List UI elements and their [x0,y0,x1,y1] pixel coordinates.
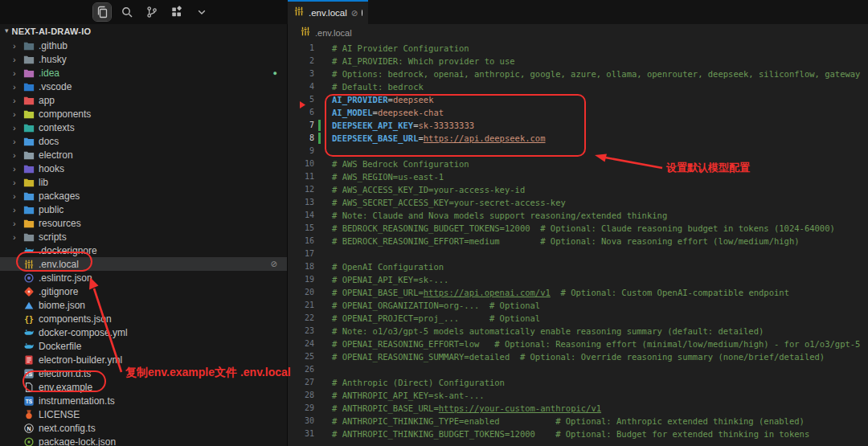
sidebar-file-biome-json[interactable]: biome.json [0,298,287,312]
search-icon[interactable] [118,3,136,21]
svg-text:TS: TS [25,398,32,403]
sidebar-folder-hooks[interactable]: ›hooks [0,162,287,175]
editor-line-26[interactable]: 26 [288,363,868,376]
editor-line-3[interactable]: 3# Options: bedrock, openai, anthropic, … [288,68,868,80]
chevron-right-icon: › [13,165,23,173]
folder-icon [23,121,35,133]
sidebar-folder-app[interactable]: ›app [0,93,287,107]
editor-line-29[interactable]: 29# ANTHROPIC_BASE_URL=https://your-cust… [288,402,868,415]
tab-modified-dot-icon[interactable] [362,10,362,16]
editor-line-6[interactable]: 6AI_MODEL=deepseek-chat [288,106,868,119]
sidebar-folder-resources[interactable]: ›resources [0,216,287,230]
folder-icon [23,231,35,243]
editor-line-18[interactable]: 18# OpenAI Configuration [288,260,868,273]
sidebar-folder-electron[interactable]: ›electron [0,148,287,162]
sidebar-folder-packages[interactable]: ›packages [0,189,287,203]
editor-line-1[interactable]: 1# AI Provider Configuration [288,42,868,55]
sidebar-file--dockerignore[interactable]: .dockerignore [0,243,287,257]
editor-line-9[interactable]: 9 [288,145,868,158]
editor-line-14[interactable]: 14# Note: Claude and Nova models support… [288,209,868,222]
editor-line-30[interactable]: 30# ANTHROPIC_THINKING_TYPE=enabled # Op… [288,415,868,428]
line-code: # ANTHROPIC_THINKING_BUDGET_TOKENS=12000… [332,428,809,440]
sidebar-file-package-lock-json[interactable]: package-lock.json [0,435,287,446]
editor-line-16[interactable]: 16# BEDROCK_REASONING_EFFORT=medium # Op… [288,235,868,248]
sidebar-folder-lib[interactable]: ›lib [0,175,287,189]
editor-line-15[interactable]: 15# BEDROCK_REASONING_BUDGET_TOKENS=1200… [288,222,868,235]
editor-line-23[interactable]: 23# Note: o1/o3/gpt-5 models automatical… [288,325,868,338]
sidebar-file-instrumentation-ts[interactable]: TSinstrumentation.ts [0,394,287,407]
source-control-icon[interactable] [143,3,161,21]
editor-line-11[interactable]: 11# AWS_REGION=us-east-1 [288,170,868,183]
folder-icon [23,149,35,161]
sidebar-folder-components[interactable]: ›components [0,107,287,121]
chevron-down-icon[interactable] [193,3,211,21]
next-icon: N [23,422,35,434]
editor-line-2[interactable]: 2# AI_PROVIDER: Which provider to use [288,55,868,68]
editor-line-7[interactable]: 7DEEPSEEK_API_KEY=sk-33333333 [288,119,868,132]
chevron-right-icon: › [13,233,23,241]
sidebar-file-env-example[interactable]: env.example [0,380,287,394]
sidebar-folder-contexts[interactable]: ›contexts [0,121,287,134]
line-number: 8 [288,132,314,145]
whale-icon [23,244,35,256]
sidebar-file--eslintrc-json[interactable]: .eslintrc.json [0,271,287,284]
explorer-root-folder[interactable]: ▾ NEXT-AI-DRAW-IO [0,24,287,39]
editor-line-8[interactable]: 8DEEPSEEK_BASE_URL=https://api.deepseek.… [288,132,868,145]
chevron-right-icon: › [13,42,23,50]
editor-line-28[interactable]: 28# ANTHROPIC_API_KEY=sk-ant-... [288,389,868,402]
editor-line-13[interactable]: 13# AWS_SECRET_ACCESS_KEY=your-secret-ac… [288,196,868,209]
sidebar-file-dockerfile[interactable]: Dockerfile [0,339,287,353]
line-number: 23 [288,325,314,338]
sidebar-folder--idea[interactable]: ›.idea● [0,66,287,80]
tab-env-local[interactable]: .env.local ⊘ [288,0,368,24]
chevron-right-icon: › [13,55,23,63]
editor-line-24[interactable]: 24# OPENAI_REASONING_EFFORT=low # Option… [288,338,868,350]
editor-line-22[interactable]: 22# OPENAI_PROJECT=proj_... # Optional [288,312,868,325]
editor-line-10[interactable]: 10# AWS Bedrock Configuration [288,158,868,170]
breadcrumb[interactable]: .env.local [288,24,868,42]
editor-line-5[interactable]: 5AI_PROVIDER=deepseek [288,93,868,106]
sidebar-file-docker-compose-yml[interactable]: docker-compose.yml [0,325,287,339]
eslint-icon [23,272,35,284]
editor-line-25[interactable]: 25# OPENAI_REASONING_SUMMARY=detailed # … [288,350,868,363]
sidebar-folder--vscode[interactable]: ›.vscode [0,80,287,93]
code-editor[interactable]: 1# AI Provider Configuration2# AI_PROVID… [288,42,868,446]
editor-line-17[interactable]: 17 [288,248,868,260]
chevron-right-icon: › [13,96,23,104]
editor-line-20[interactable]: 20# OPENAI_BASE_URL=https://api.openai.c… [288,286,868,299]
sidebar-file-next-config-ts[interactable]: Nnext.config.ts [0,421,287,435]
sidebar-folder--husky[interactable]: ›.husky [0,52,287,66]
sidebar-file-components-json[interactable]: {}components.json [0,312,287,325]
title-bar: .env.local ⊘ [0,0,868,24]
extensions-icon[interactable] [168,3,186,21]
sidebar-file-electron-builder-yml[interactable]: electron-builder.yml [0,353,287,366]
editor-line-21[interactable]: 21# OPENAI_ORGANIZATION=org-... # Option… [288,299,868,312]
editor-line-19[interactable]: 19# OPENAI_API_KEY=sk-... [288,273,868,286]
sidebar-file-license[interactable]: LICENSE [0,407,287,421]
sidebar-folder-scripts[interactable]: ›scripts [0,230,287,243]
breadcrumb-label: .env.local [315,28,352,38]
sidebar-file-electron-d-ts[interactable]: TSelectron.d.ts [0,366,287,380]
sidebar-file--env-local[interactable]: .env.local⊘ [0,257,287,271]
sidebar-folder--github[interactable]: ›.github [0,39,287,52]
file-label: .env.local [39,259,79,270]
line-code: DEEPSEEK_API_KEY=sk-33333333 [332,119,474,132]
editor-line-31[interactable]: 31# ANTHROPIC_THINKING_BUDGET_TOKENS=120… [288,428,868,440]
line-code: # ANTHROPIC_THINKING_TYPE=enabled # Opti… [332,415,805,428]
folder-icon [23,176,35,188]
file-label: app [39,95,55,106]
folder-icon [23,135,35,147]
files-icon[interactable] [93,3,111,21]
sidebar-file--gitignore[interactable]: .gitignore [0,284,287,298]
file-label: docker-compose.yml [39,327,128,338]
line-code: # OPENAI_BASE_URL=https://api.openai.com… [332,286,789,299]
tab-strip [368,0,868,24]
editor-line-4[interactable]: 4# Default: bedrock [288,80,868,93]
git-modified-bar [318,120,321,131]
editor-line-12[interactable]: 12# AWS_ACCESS_KEY_ID=your-access-key-id [288,183,868,196]
sidebar-folder-public[interactable]: ›public [0,203,287,216]
editor-line-27[interactable]: 27# Anthropic (Direct) Configuration [288,376,868,389]
line-number: 25 [288,350,314,363]
file-label: instrumentation.ts [39,395,115,407]
sidebar-folder-docs[interactable]: ›docs [0,134,287,148]
